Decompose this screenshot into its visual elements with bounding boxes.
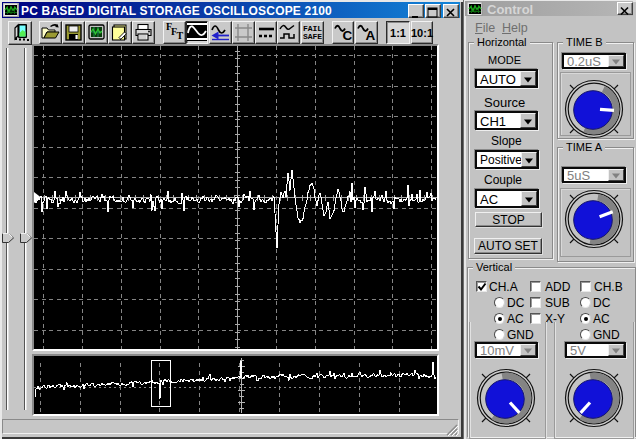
svg-text:C: C [343, 28, 353, 43]
svg-text:A: A [366, 28, 376, 43]
